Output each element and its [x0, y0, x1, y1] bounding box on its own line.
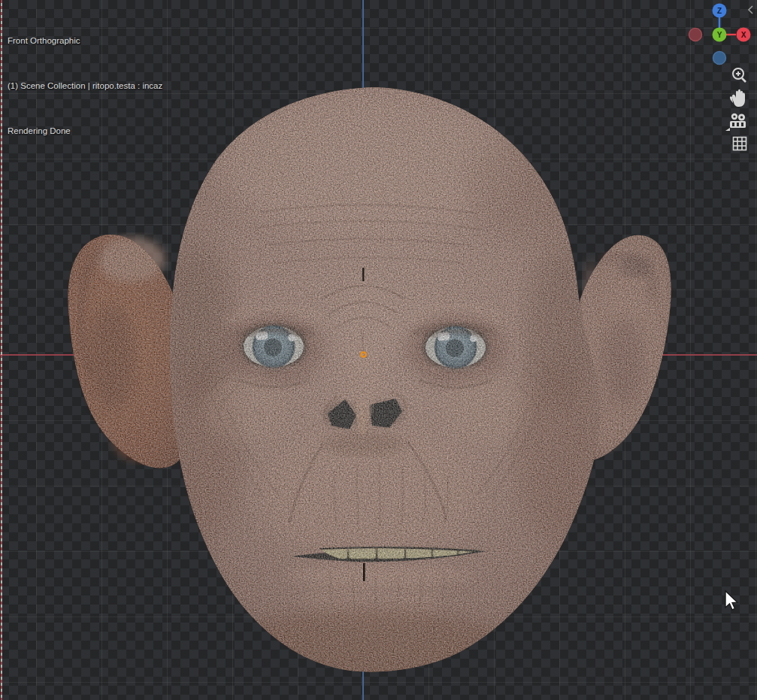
chin-axis-dash — [363, 563, 365, 581]
gizmo-axis-z-negative[interactable] — [713, 52, 726, 65]
gizmo-axis-z[interactable]: Z — [713, 4, 727, 18]
gizmo-axis-x-negative[interactable] — [689, 29, 702, 41]
blender-3d-viewport[interactable]: Front Orthographic (1) Scene Collection … — [0, 0, 757, 700]
gizmo-axis-y[interactable]: Y — [713, 28, 727, 42]
viewport-tools — [724, 63, 757, 157]
pan-hand-icon[interactable] — [730, 89, 745, 107]
view-navigation-gizmo[interactable]: Z Y X — [680, 0, 757, 71]
gizmo-y-label: Y — [717, 31, 722, 39]
view-name-label: Front Orthographic — [8, 33, 162, 48]
viewport-overlay-text: Front Orthographic (1) Scene Collection … — [8, 3, 162, 168]
gizmo-x-label: X — [741, 31, 746, 39]
forehead-axis-dash — [362, 268, 365, 281]
gizmo-z-label: Z — [717, 7, 722, 15]
orthographic-grid-icon[interactable] — [734, 138, 746, 150]
mouse-cursor-icon — [722, 589, 740, 612]
camera-view-icon[interactable] — [725, 114, 746, 131]
scene-collection-label: (1) Scene Collection | ritopo.testa : in… — [8, 78, 162, 93]
zoom-in-icon[interactable] — [733, 68, 746, 82]
gizmo-axis-x[interactable]: X — [737, 28, 751, 42]
render-status-label: Rendering Done — [8, 123, 162, 138]
sidebar-collapse-chevron-icon[interactable] — [746, 5, 754, 15]
